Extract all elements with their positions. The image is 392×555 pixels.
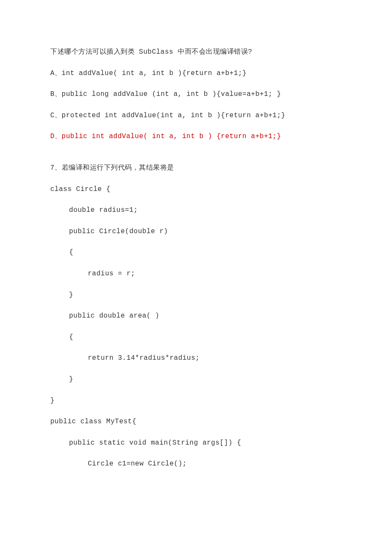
document-page: 下述哪个方法可以插入到类 SubClass 中而不会出现编译错误? A、int … xyxy=(0,0,392,555)
code-line: } xyxy=(50,290,342,301)
code-line: double radius=1; xyxy=(50,205,342,216)
q6-option-d-answer: D、public int addValue( int a, int b ) {r… xyxy=(50,131,342,142)
q6-option-c: C、protected int addValue(int a, int b ){… xyxy=(50,110,342,121)
code-line: return 3.14*radius*radius; xyxy=(50,353,342,364)
q6-option-b: B、public long addValue (int a, int b ){v… xyxy=(50,89,342,100)
code-line: class Circle { xyxy=(50,184,342,195)
code-line: { xyxy=(50,332,342,343)
code-line: public double area( ) xyxy=(50,311,342,322)
code-line: public Circle(double r) xyxy=(50,226,342,237)
code-line: public class MyTest{ xyxy=(50,416,342,428)
code-line: radius = r; xyxy=(50,269,342,280)
q7-stem: 7、若编译和运行下列代码，其结果将是 xyxy=(50,163,342,174)
code-line: public static void main(String args[]) { xyxy=(50,438,342,449)
code-line: } xyxy=(50,374,342,385)
q6-stem: 下述哪个方法可以插入到类 SubClass 中而不会出现编译错误? xyxy=(50,47,342,58)
code-line: { xyxy=(50,247,342,258)
q6-option-a: A、int addValue( int a, int b ){return a+… xyxy=(50,68,342,79)
code-line: } xyxy=(50,396,342,407)
code-line: Circle c1=new Circle(); xyxy=(50,459,342,470)
